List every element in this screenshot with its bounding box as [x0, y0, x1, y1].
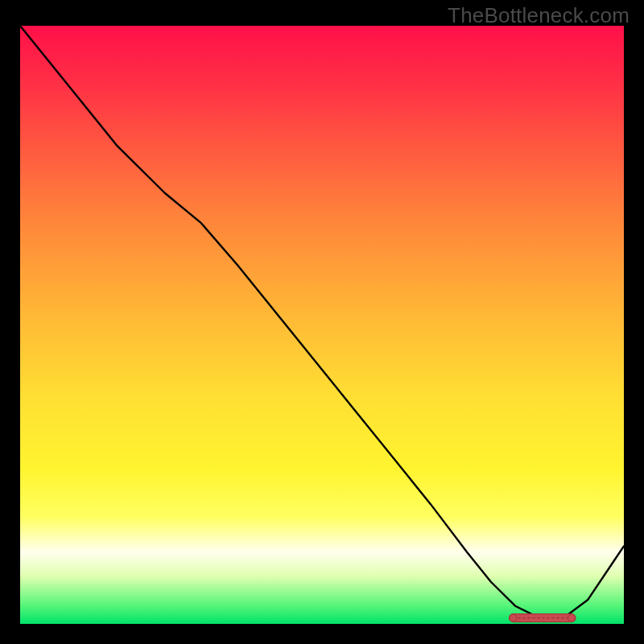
svg-point-2 — [510, 614, 517, 621]
chart-overlay — [20, 26, 624, 624]
optimal-range-marker — [510, 614, 576, 622]
chart-frame: TheBottleneck.com — [0, 0, 644, 644]
plot-area — [20, 26, 624, 624]
watermark-text: TheBottleneck.com — [448, 3, 630, 28]
svg-point-3 — [568, 614, 576, 621]
bottleneck-curve-line — [20, 26, 624, 618]
